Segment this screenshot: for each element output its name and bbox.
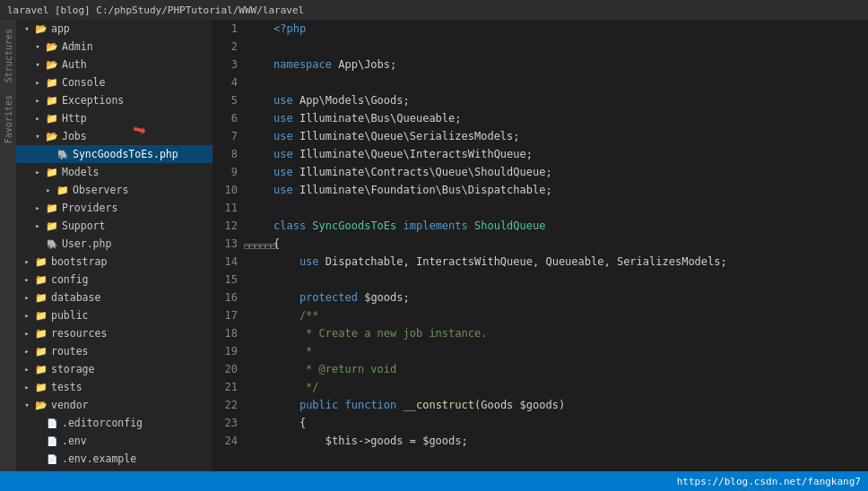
folder-icon: 📁	[34, 326, 48, 340]
code-token: SyncGoodsToEs	[312, 217, 403, 235]
line-number: 11	[213, 199, 245, 217]
code-line: use Illuminate\Bus\Queueable;	[273, 109, 868, 127]
tree-item-providers[interactable]: ▸📁Providers	[16, 199, 213, 217]
line-number: 9	[213, 163, 245, 181]
tree-item-label: Jobs	[62, 130, 87, 142]
code-token: public	[299, 396, 338, 414]
title-bar: laravel [blog] C:/phpStudy/PHPTutorial/W…	[0, 0, 868, 20]
tree-item-gitattributes[interactable]: 📄.gitattributes	[16, 468, 213, 471]
folder-icon: 📁	[56, 183, 70, 197]
tree-item-database[interactable]: ▸📁database	[16, 289, 213, 306]
php-file-icon: 🐘	[56, 147, 70, 161]
code-token: Illuminate\Bus\Queueable;	[299, 109, 462, 127]
code-line: /**	[273, 306, 868, 324]
tree-item-models[interactable]: ▸📁Models	[16, 163, 213, 181]
tree-item-syncgoods[interactable]: 🐘SyncGoodsToEs.php	[16, 145, 213, 163]
editor-content: 123456789101112131415161718192021222324 …	[213, 20, 868, 471]
folder-icon: 📁	[34, 362, 48, 376]
code-token: Illuminate\Queue\SerializesModels;	[299, 127, 520, 145]
tree-item-app[interactable]: ▾📂app	[16, 20, 213, 38]
tree-item-observers[interactable]: ▸📁Observers	[16, 181, 213, 199]
tree-arrow-icon: ▸	[20, 326, 34, 340]
tree-arrow-icon: ▸	[20, 308, 34, 323]
tree-item-exceptions[interactable]: ▸📁Exceptions	[16, 91, 213, 109]
line-number: 7	[213, 127, 245, 145]
folder-icon: 📁	[45, 75, 59, 90]
tree-item-label: Console	[62, 76, 105, 89]
tree-item-storage[interactable]: ▸📁storage	[16, 360, 213, 378]
tree-item-user[interactable]: 🐘User.php	[16, 235, 213, 253]
code-token: implements	[404, 217, 474, 235]
file-icon: 📄	[45, 416, 59, 430]
tree-item-console[interactable]: ▸📁Console	[16, 73, 213, 91]
tree-item-env-example[interactable]: 📄.env.example	[16, 450, 213, 468]
tree-item-support[interactable]: ▸📁Support	[16, 217, 213, 235]
structures-tab[interactable]: Structures	[2, 23, 15, 88]
tree-arrow-icon: ▸	[20, 362, 34, 376]
line-number: 4	[213, 73, 245, 91]
code-token: $this->goods = $goods;	[273, 432, 468, 450]
code-token: use	[273, 163, 299, 181]
code-token	[273, 396, 299, 414]
tree-item-tests[interactable]: ▸📁tests	[16, 378, 213, 396]
code-token: */	[273, 378, 319, 396]
tree-item-env[interactable]: 📄.env	[16, 432, 213, 450]
code-token: Dispatchable, InteractsWithQueue, Queuea…	[326, 253, 727, 271]
tree-item-http[interactable]: ▸📁Http	[16, 109, 213, 127]
code-editor: 123456789101112131415161718192021222324 …	[213, 20, 868, 471]
tree-item-label: Observers	[73, 184, 128, 196]
code-token: use	[273, 145, 299, 163]
code-token: Illuminate\Foundation\Bus\Dispatchable;	[299, 181, 552, 199]
code-token: protected	[299, 289, 358, 306]
favorites-tab[interactable]: Favorites	[2, 90, 15, 149]
tree-arrow-icon	[30, 469, 45, 471]
code-token: use	[273, 127, 299, 145]
tree-arrow-icon: ▸	[30, 75, 45, 90]
left-tabs: Structures Favorites	[0, 20, 16, 471]
tree-item-vendor[interactable]: ▾📂vendor	[16, 396, 213, 414]
tree-item-jobs[interactable]: ▾📂Jobs	[16, 127, 213, 145]
tree-item-label: Support	[62, 220, 105, 232]
code-token: ShouldQueue	[474, 217, 545, 235]
tree-item-label: User.php	[62, 237, 111, 250]
folder-icon: 📁	[45, 165, 59, 179]
line-number: 5	[213, 91, 245, 109]
php-file-icon: 🐘	[45, 237, 59, 251]
file-icon: 📄	[45, 434, 59, 448]
tree-item-public[interactable]: ▸📁public	[16, 306, 213, 324]
fold-gutter: ⊟⊟⊟⊟⊟⊟	[254, 20, 266, 471]
line-number: 2	[213, 38, 245, 56]
line-number: 16	[213, 289, 245, 306]
tree-item-resources[interactable]: ▸📁resources	[16, 324, 213, 342]
code-line: class SyncGoodsToEs implements ShouldQue…	[273, 217, 868, 235]
tree-arrow-icon: ▸	[30, 111, 45, 125]
code-line: namespace App\Jobs;	[273, 56, 868, 73]
tree-item-label: Exceptions	[62, 94, 124, 107]
line-number: 1	[213, 20, 245, 38]
tree-item-admin[interactable]: ▾📂Admin	[16, 38, 213, 56]
file-icon: 📄	[45, 469, 59, 471]
tree-item-bootstrap[interactable]: ▸📁bootstrap	[16, 253, 213, 271]
tree-item-label: .env	[62, 435, 87, 447]
folder-icon: 📁	[34, 272, 48, 287]
tree-item-routes[interactable]: ▸📁routes	[16, 342, 213, 360]
tree-arrow-icon: ▸	[20, 290, 34, 305]
folder-icon: 📂	[45, 129, 59, 143]
tree-item-editorconfig[interactable]: 📄.editorconfig	[16, 414, 213, 432]
code-token: class	[273, 217, 312, 235]
tree-arrow-icon	[30, 434, 45, 448]
line-number: 19	[213, 342, 245, 360]
line-number: 15	[213, 271, 245, 289]
line-number: 18	[213, 324, 245, 342]
code-line	[273, 73, 868, 91]
tree-item-config[interactable]: ▸📁config	[16, 271, 213, 289]
tree-arrow-icon: ▸	[20, 380, 34, 394]
tree-item-auth[interactable]: ▾📂Auth	[16, 56, 213, 73]
tree-item-label: .editorconfig	[62, 417, 143, 429]
tree-item-label: Providers	[62, 202, 117, 214]
line-number: 23	[213, 414, 245, 432]
code-token: *	[273, 342, 312, 360]
code-area[interactable]: <?php namespace App\Jobs; use App\Models…	[266, 20, 868, 471]
line-number: 10	[213, 181, 245, 199]
code-line: $this->goods = $goods;	[273, 432, 868, 450]
